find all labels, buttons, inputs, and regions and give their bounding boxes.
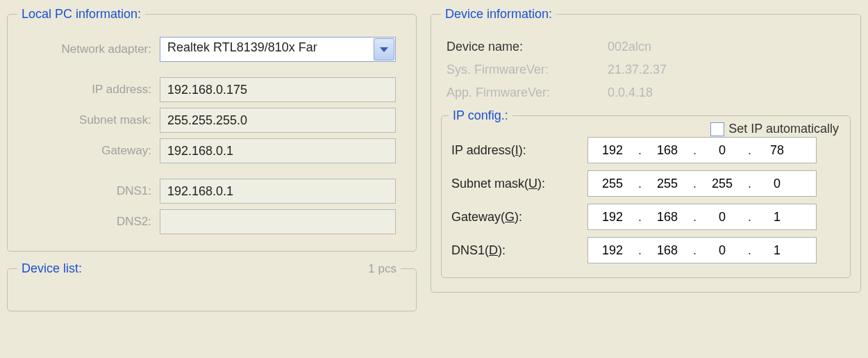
chevron-down-icon bbox=[380, 47, 388, 52]
device-name-label: Device name: bbox=[441, 40, 580, 54]
local-pc-group: Local PC information: Network adapter: R… bbox=[7, 7, 417, 252]
local-dns1-input[interactable] bbox=[160, 179, 396, 204]
ip-oct[interactable] bbox=[753, 143, 801, 158]
ip-oct[interactable] bbox=[643, 143, 692, 158]
device-list-count: 1 pcs bbox=[368, 262, 397, 276]
ip-oct[interactable] bbox=[588, 209, 637, 225]
ip-config-group: IP config.: Set IP automatically IP addr… bbox=[441, 108, 851, 278]
dns1-label: DNS1: bbox=[17, 184, 160, 198]
ip-config-title: IP config.: bbox=[449, 108, 512, 123]
cfg-ip-input[interactable]: . . . bbox=[587, 137, 817, 163]
ip-oct[interactable] bbox=[588, 143, 637, 158]
local-subnet-input[interactable] bbox=[160, 108, 396, 133]
ip-oct[interactable] bbox=[753, 243, 801, 259]
ip-oct[interactable] bbox=[698, 209, 746, 225]
ip-oct[interactable] bbox=[643, 176, 692, 192]
ip-oct[interactable] bbox=[588, 176, 637, 192]
set-ip-auto-checkbox[interactable]: Set IP automatically bbox=[710, 122, 839, 136]
sysfw-label: Sys. FirmwareVer: bbox=[441, 63, 580, 77]
set-ip-auto-label: Set IP automatically bbox=[728, 122, 839, 136]
ip-oct[interactable] bbox=[753, 209, 801, 225]
appfw-value: 0.0.4.18 bbox=[608, 86, 653, 100]
gateway-label: Gateway: bbox=[17, 144, 160, 158]
cfg-gateway-input[interactable]: . . . bbox=[587, 204, 817, 230]
adapter-select[interactable]: Realtek RTL8139/810x Far bbox=[160, 37, 396, 62]
local-gateway-input[interactable] bbox=[160, 138, 396, 163]
dns2-label: DNS2: bbox=[17, 215, 160, 229]
cfg-ip-label: IP address(I): bbox=[449, 143, 587, 158]
ip-oct[interactable] bbox=[643, 243, 692, 259]
cfg-gateway-label: Gateway(G): bbox=[449, 210, 587, 225]
appfw-label: App. FirmwareVer: bbox=[441, 86, 580, 100]
cfg-subnet-input[interactable]: . . . bbox=[587, 170, 817, 197]
device-info-title: Device information: bbox=[441, 7, 556, 22]
cfg-dns1-input[interactable]: . . . bbox=[587, 237, 817, 263]
device-name-value: 002alcn bbox=[608, 40, 651, 54]
ip-oct[interactable] bbox=[698, 243, 746, 259]
cfg-dns1-label: DNS1(D): bbox=[449, 243, 587, 258]
sysfw-value: 21.37.2.37 bbox=[608, 63, 667, 77]
ip-oct[interactable] bbox=[698, 143, 746, 158]
cfg-subnet-label: Subnet mask(U): bbox=[449, 177, 587, 191]
local-pc-title: Local PC information: bbox=[17, 7, 145, 22]
adapter-label: Network adapter: bbox=[17, 42, 160, 56]
local-dns2-input[interactable] bbox=[160, 209, 396, 234]
ip-oct[interactable] bbox=[753, 176, 801, 192]
ip-oct[interactable] bbox=[588, 243, 637, 259]
device-list-group: Device list: 1 pcs bbox=[7, 261, 417, 311]
subnet-label: Subnet mask: bbox=[17, 113, 160, 127]
ip-oct[interactable] bbox=[643, 209, 692, 225]
checkbox-box-icon bbox=[710, 122, 724, 136]
adapter-value: Realtek RTL8139/810x Far bbox=[160, 37, 396, 62]
ip-oct[interactable] bbox=[698, 176, 746, 192]
device-info-group: Device information: Device name: 002alcn… bbox=[431, 7, 861, 293]
local-ip-input[interactable] bbox=[160, 77, 396, 102]
adapter-dropdown-button[interactable] bbox=[374, 38, 394, 60]
device-list-title: Device list: bbox=[22, 261, 82, 276]
ip-label: IP address: bbox=[17, 83, 160, 97]
